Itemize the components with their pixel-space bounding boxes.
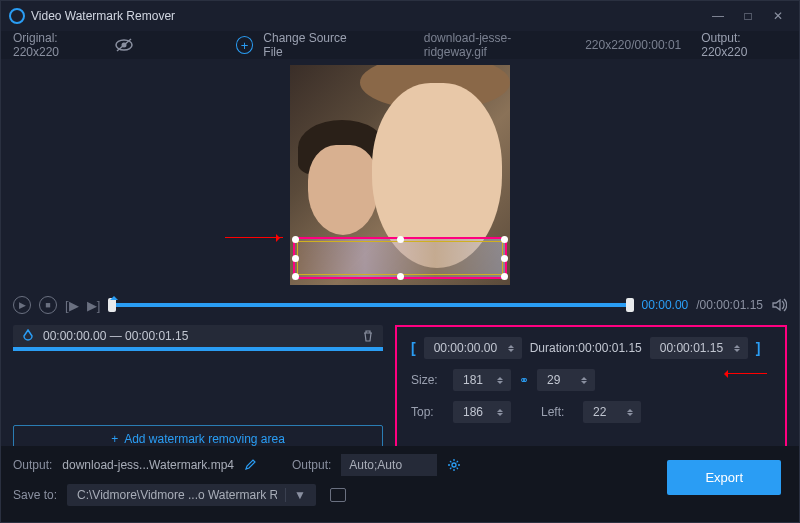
- footer-bar: Output: download-jess...Watermark.mp4 Ou…: [1, 446, 799, 522]
- bracket-start-icon[interactable]: [: [411, 340, 416, 356]
- saveto-path-box[interactable]: ▼: [67, 484, 316, 506]
- step-up[interactable]: [734, 342, 740, 348]
- step-up[interactable]: [508, 342, 514, 348]
- resize-handle[interactable]: [501, 236, 508, 243]
- left-input[interactable]: [583, 401, 641, 423]
- video-frame[interactable]: [290, 65, 510, 285]
- range-track[interactable]: [13, 347, 383, 351]
- top-input[interactable]: [453, 401, 511, 423]
- mark-out-button[interactable]: ▶]: [87, 298, 101, 313]
- timeline-slider[interactable]: [108, 299, 633, 311]
- total-time: /00:00:01.15: [696, 298, 763, 312]
- delete-range-icon[interactable]: [361, 329, 375, 343]
- duration-label: Duration:00:00:01.15: [530, 341, 642, 355]
- source-filename: download-jesse-ridgeway.gif: [424, 31, 569, 59]
- resize-handle[interactable]: [292, 255, 299, 262]
- start-time-input[interactable]: [424, 337, 522, 359]
- step-down[interactable]: [627, 413, 633, 419]
- original-dimensions: Original: 220x220: [13, 31, 104, 59]
- svg-point-3: [452, 463, 456, 467]
- saveto-label: Save to:: [13, 488, 57, 502]
- change-source-button[interactable]: Change Source File: [263, 31, 365, 59]
- bracket-end-icon[interactable]: ]: [756, 340, 761, 356]
- step-down[interactable]: [734, 349, 740, 355]
- volume-icon[interactable]: [771, 297, 787, 313]
- range-time-label: 00:00:00.00 — 00:00:01.15: [43, 329, 353, 343]
- output-mode-select[interactable]: Auto;Auto: [341, 454, 437, 476]
- resize-handle[interactable]: [501, 273, 508, 280]
- resize-handle[interactable]: [397, 236, 404, 243]
- step-up[interactable]: [581, 374, 587, 380]
- step-up[interactable]: [497, 374, 503, 380]
- watermark-params-panel: [ Duration:00:00:01.15 ] Size: ⚭ Top: Le…: [395, 325, 787, 453]
- timeline-handle-start[interactable]: [108, 298, 116, 312]
- play-button[interactable]: ▶: [13, 296, 31, 314]
- annotation-arrow: [727, 373, 767, 374]
- output-dimensions: Output: 220x220: [701, 31, 787, 59]
- annotation-arrow: [225, 237, 283, 238]
- visibility-toggle-icon[interactable]: [114, 37, 134, 53]
- window-title: Video Watermark Remover: [31, 9, 711, 23]
- step-up[interactable]: [497, 406, 503, 412]
- step-down[interactable]: [497, 413, 503, 419]
- resize-handle[interactable]: [397, 273, 404, 280]
- maximize-button[interactable]: □: [741, 9, 755, 23]
- video-preview: [1, 59, 799, 291]
- step-down[interactable]: [581, 381, 587, 387]
- size-label: Size:: [411, 373, 445, 387]
- step-up[interactable]: [627, 406, 633, 412]
- add-watermark-label: Add watermark removing area: [124, 432, 285, 446]
- watermark-selection-box[interactable]: [293, 237, 507, 279]
- output-filename: download-jess...Watermark.mp4: [62, 458, 234, 472]
- source-bar: Original: 220x220 + Change Source File d…: [1, 31, 799, 59]
- app-logo-icon: [9, 8, 25, 24]
- timeline-handle-end[interactable]: [626, 298, 634, 312]
- saveto-dropdown[interactable]: ▼: [285, 488, 306, 502]
- step-down[interactable]: [508, 349, 514, 355]
- plus-icon: +: [111, 432, 118, 446]
- saveto-input[interactable]: [77, 488, 277, 502]
- watermark-range-item[interactable]: 00:00:00.00 — 00:00:01.15: [13, 325, 383, 347]
- source-dimensions: 220x220/00:00:01: [585, 38, 681, 52]
- region-icon: [21, 329, 35, 343]
- playback-controls: ▶ ■ [▶ ▶] 00:00.00/00:00:01.15: [1, 291, 799, 319]
- open-folder-icon[interactable]: [330, 488, 346, 502]
- mark-in-button[interactable]: [▶: [65, 298, 79, 313]
- width-input[interactable]: [453, 369, 511, 391]
- close-button[interactable]: ✕: [771, 9, 785, 23]
- height-input[interactable]: [537, 369, 595, 391]
- left-label: Left:: [541, 405, 575, 419]
- minimize-button[interactable]: —: [711, 9, 725, 23]
- export-button[interactable]: Export: [667, 460, 781, 495]
- titlebar: Video Watermark Remover — □ ✕: [1, 1, 799, 31]
- output-file-label: Output:: [13, 458, 52, 472]
- watermark-list-panel: 00:00:00.00 — 00:00:01.15 + Add watermar…: [13, 325, 383, 453]
- end-time-input[interactable]: [650, 337, 748, 359]
- edit-filename-icon[interactable]: [244, 459, 256, 471]
- settings-icon[interactable]: [447, 458, 461, 472]
- resize-handle[interactable]: [292, 236, 299, 243]
- current-time: 00:00.00: [642, 298, 689, 312]
- top-label: Top:: [411, 405, 445, 419]
- add-source-icon[interactable]: +: [236, 36, 253, 54]
- output-mode-label: Output:: [292, 458, 331, 472]
- link-aspect-icon[interactable]: ⚭: [519, 373, 529, 387]
- step-down[interactable]: [497, 381, 503, 387]
- resize-handle[interactable]: [292, 273, 299, 280]
- resize-handle[interactable]: [501, 255, 508, 262]
- stop-button[interactable]: ■: [39, 296, 57, 314]
